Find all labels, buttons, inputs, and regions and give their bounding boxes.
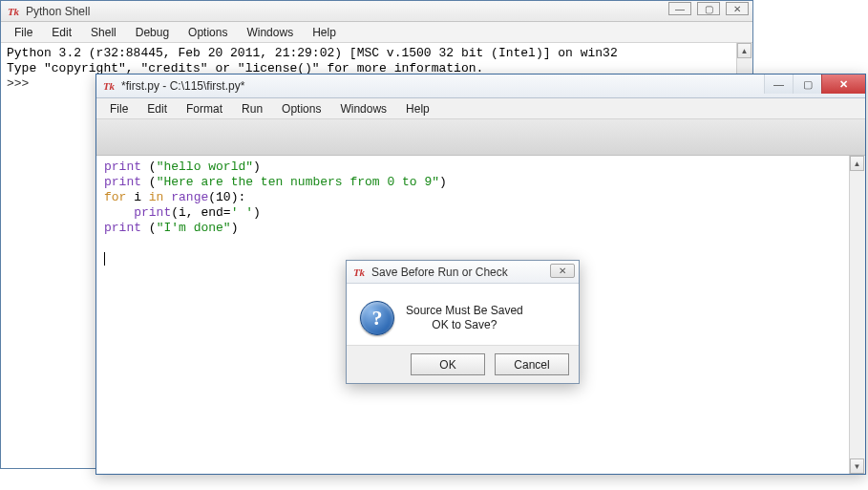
minimize-button[interactable]: ―: [764, 75, 793, 94]
ok-button[interactable]: OK: [411, 353, 485, 375]
code-token: [104, 205, 134, 220]
editor-menu-options[interactable]: Options: [272, 99, 330, 118]
shell-menubar: File Edit Shell Debug Options Windows He…: [1, 22, 752, 43]
code-token: ): [253, 205, 261, 220]
code-token: ): [231, 221, 239, 235]
close-button[interactable]: ✕: [726, 2, 749, 15]
editor-window-controls: ― ▢ ✕: [764, 75, 865, 94]
code-token: (i, end=: [171, 205, 230, 220]
code-token: (10):: [208, 190, 245, 204]
code-token: (: [141, 175, 157, 189]
code-token: "hello world": [157, 160, 253, 174]
code-area[interactable]: print ("hello world") print ("Here are t…: [96, 156, 865, 270]
tk-icon: Tk: [102, 79, 116, 93]
editor-menu-run[interactable]: Run: [232, 99, 272, 118]
save-dialog: Tk Save Before Run or Check ✕ ? Source M…: [346, 260, 580, 384]
scroll-down-icon[interactable]: ▼: [850, 458, 864, 474]
shell-menu-file[interactable]: File: [5, 23, 42, 42]
scroll-track[interactable]: [850, 171, 865, 457]
tk-icon: Tk: [352, 266, 366, 279]
code-token: print: [104, 175, 141, 189]
code-token: range: [171, 190, 208, 204]
shell-title: Python Shell: [26, 5, 90, 18]
editor-menubar: File Edit Format Run Options Windows Hel…: [96, 98, 865, 119]
text-caret: [104, 252, 105, 266]
dialog-message-line1: Source Must Be Saved: [406, 304, 523, 318]
code-token: ): [253, 160, 261, 174]
dialog-titlebar[interactable]: Tk Save Before Run or Check ✕: [347, 261, 579, 284]
dialog-body: ? Source Must Be Saved OK to Save?: [347, 284, 579, 345]
maximize-button[interactable]: ▢: [793, 75, 821, 94]
shell-titlebar[interactable]: Tk Python Shell ― ▢ ✕: [1, 1, 752, 22]
editor-menu-windows[interactable]: Windows: [330, 99, 396, 118]
code-token: i: [126, 190, 148, 204]
minimize-button[interactable]: ―: [668, 2, 691, 15]
close-button[interactable]: ✕: [550, 264, 575, 278]
cancel-button[interactable]: Cancel: [495, 353, 569, 375]
code-token: in: [149, 190, 164, 204]
editor-scrollbar[interactable]: ▲ ▼: [849, 156, 865, 474]
shell-prompt: >>>: [7, 76, 36, 91]
shell-menu-debug[interactable]: Debug: [126, 23, 179, 42]
code-token: print: [134, 205, 171, 220]
shell-menu-help[interactable]: Help: [303, 23, 346, 42]
editor-menu-file[interactable]: File: [100, 99, 138, 118]
question-icon: ?: [360, 301, 394, 335]
editor-menu-edit[interactable]: Edit: [138, 99, 177, 118]
dialog-message-line2: OK to Save?: [406, 318, 523, 332]
dialog-button-row: OK Cancel: [347, 345, 579, 383]
shell-menu-options[interactable]: Options: [179, 23, 237, 42]
maximize-button[interactable]: ▢: [697, 2, 720, 15]
shell-window-controls: ― ▢ ✕: [668, 2, 749, 15]
dialog-title: Save Before Run or Check: [371, 266, 508, 279]
tk-icon: Tk: [7, 5, 20, 18]
code-token: (: [141, 221, 157, 235]
code-token: "I'm done": [157, 221, 231, 235]
editor-menu-format[interactable]: Format: [177, 99, 232, 118]
scroll-up-icon[interactable]: ▲: [737, 43, 752, 58]
dialog-message: Source Must Be Saved OK to Save?: [406, 304, 523, 332]
editor-title: *first.py - C:\115\first.py*: [121, 79, 244, 93]
shell-banner-1: Python 3.2 (r32:88445, Feb 20 2011, 21:2…: [7, 46, 618, 60]
code-token: "Here are the ten numbers from 0 to 9": [157, 175, 439, 189]
scroll-up-icon[interactable]: ▲: [850, 156, 864, 171]
editor-titlebar[interactable]: Tk *first.py - C:\115\first.py* ― ▢ ✕: [96, 75, 865, 98]
editor-toolbar: [96, 119, 865, 156]
code-token: for: [104, 190, 126, 204]
shell-menu-shell[interactable]: Shell: [81, 23, 126, 42]
code-token: print: [104, 221, 141, 235]
code-token: ' ': [231, 205, 253, 220]
shell-menu-windows[interactable]: Windows: [237, 23, 303, 42]
editor-menu-help[interactable]: Help: [396, 99, 439, 118]
code-token: ): [439, 175, 447, 189]
code-token: print: [104, 160, 141, 174]
close-button[interactable]: ✕: [821, 75, 865, 94]
shell-menu-edit[interactable]: Edit: [42, 23, 81, 42]
code-token: (: [141, 160, 157, 174]
